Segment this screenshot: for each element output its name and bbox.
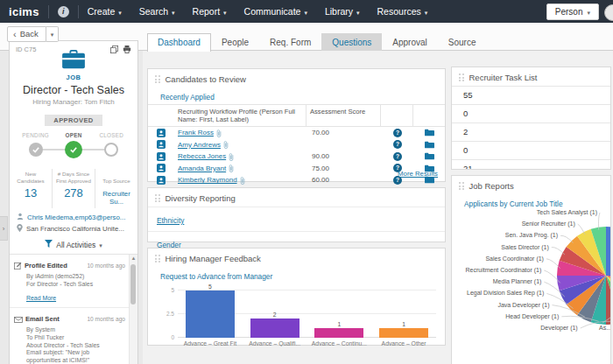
stat-value[interactable]: 13 — [11, 186, 50, 200]
drag-handle-icon[interactable] — [155, 75, 160, 83]
candidate-name-link[interactable]: Rebecca Jones — [178, 152, 226, 160]
print-icon[interactable] — [123, 46, 131, 53]
tab-dashboard[interactable]: Dashboard — [147, 33, 211, 52]
nav-item-resources[interactable]: Resources — [369, 0, 437, 23]
candidate-name-link[interactable]: Amanda Bryant — [178, 164, 226, 172]
tab-source[interactable]: Source — [438, 33, 487, 51]
nav-item-label: Create — [88, 6, 116, 17]
pie-label: Sales Director (1) — [501, 244, 548, 251]
leader-line — [578, 224, 585, 234]
back-button[interactable]: ‹ Back — [7, 26, 46, 42]
question-icon[interactable]: ? — [382, 140, 413, 149]
candidates-table-header: Recruiting Workflow Profile (Person Full… — [148, 104, 445, 127]
recruiter-contact-link[interactable]: Chris Miedema,emp63@perso... — [27, 214, 125, 221]
candidate-profile-icon[interactable] — [148, 176, 174, 185]
tab-approval[interactable]: Approval — [382, 33, 437, 51]
task-row[interactable]: 0 — [452, 142, 610, 160]
tab-questions[interactable]: Questions — [321, 33, 382, 51]
candidate-profile-icon[interactable] — [148, 164, 174, 172]
job-contact-block: Chris Miedema,emp63@perso... San Francis… — [17, 213, 130, 234]
column-header-profile: Recruiting Workflow Profile (Person Full… — [174, 105, 306, 126]
request-to-advance-link[interactable]: Request to Advance from Manager — [160, 272, 272, 281]
stage-pending: PENDING — [17, 132, 54, 158]
tab-req-form[interactable]: Req. Form — [259, 33, 321, 51]
candidate-profile-icon[interactable] — [148, 129, 174, 137]
scrollbar-thumb[interactable] — [130, 264, 136, 304]
bar-category-label: Advance – Other — [371, 340, 436, 346]
back-dropdown-button[interactable] — [46, 26, 60, 42]
chevron-down-icon — [172, 6, 175, 17]
pie-slice[interactable] — [606, 227, 611, 276]
bar-category-labels: Advance – Great FitAdvance – Qualifi...A… — [178, 340, 436, 346]
nav-item-report[interactable]: Report — [184, 0, 236, 23]
candidate-profile-icon[interactable] — [148, 152, 174, 161]
copy-icon[interactable] — [110, 46, 118, 53]
job-profile-card: ID C75 JOB Director - Tech Sales Hiring … — [9, 40, 138, 364]
task-row[interactable]: 2 — [452, 123, 610, 142]
folder-icon[interactable] — [413, 152, 445, 160]
bar[interactable] — [250, 318, 299, 338]
stage-label: OPEN — [65, 132, 81, 141]
pie-label: Media Planner (1) — [493, 278, 542, 285]
stat-value[interactable]: 278 — [54, 186, 93, 200]
edit-icon — [14, 257, 22, 273]
drag-handle-icon[interactable] — [155, 194, 160, 202]
bar-chart: 02.555211 — [178, 290, 436, 338]
activities-filter-label: All Activities — [56, 241, 95, 249]
activity-scrollbar[interactable]: ▲ ▼ — [129, 255, 137, 364]
icims-logo[interactable]: icims — [0, 5, 48, 18]
candidate-name-link[interactable]: Amy Andrews — [178, 141, 221, 149]
drag-handle-icon[interactable] — [459, 182, 464, 190]
activity-detail: Email subject: "New job opportunities at… — [26, 349, 125, 364]
question-icon[interactable]: ? — [382, 129, 413, 137]
bar[interactable] — [314, 328, 363, 338]
candidate-name-link[interactable]: Frank Ross — [178, 129, 214, 136]
pie-label: Sales Coordinator (1) — [485, 256, 544, 262]
recently-applied-link[interactable]: Recently Applied — [160, 93, 215, 102]
avatar[interactable] — [604, 4, 613, 21]
activity-timestamp: 10 months ago — [87, 262, 125, 269]
bar-value-label: 5 — [208, 284, 212, 290]
read-more-link[interactable]: Read More — [26, 295, 56, 301]
bar-value-label: 2 — [273, 312, 277, 318]
help-icon[interactable]: i — [58, 6, 69, 18]
panel-title: Diversity Reporting — [166, 193, 236, 203]
drag-handle-icon[interactable] — [155, 255, 160, 262]
nav-item-library[interactable]: Library — [316, 0, 369, 23]
nav-item-communicate[interactable]: Communicate — [236, 0, 316, 23]
profile-type-label: JOB — [10, 74, 137, 81]
stat-value[interactable]: Recruiter Su... — [97, 190, 136, 206]
svg-text:?: ? — [396, 130, 399, 136]
y-tick-label: 0 — [157, 334, 174, 340]
profile-tabbar: DashboardPeopleReq. FormQuestionsApprova… — [143, 35, 613, 51]
task-row[interactable]: 0 — [452, 105, 610, 123]
assessment-score: 70.00 — [308, 129, 382, 136]
activity-title: Email Sent — [25, 315, 84, 323]
more-results-link[interactable]: More Results — [398, 170, 438, 178]
nav-item-search[interactable]: Search — [130, 0, 184, 23]
bar-category-label: Advance – Great Fit — [178, 340, 243, 346]
tab-people[interactable]: People — [211, 33, 259, 51]
scroll-up-icon[interactable]: ▲ — [130, 256, 137, 261]
folder-icon[interactable] — [413, 129, 445, 136]
pie-label: Tech Sales Analyst (1) — [537, 209, 597, 216]
task-row[interactable]: 21 — [452, 160, 610, 170]
status-badge: APPROVED — [45, 115, 102, 126]
diversity-link-ethnicity[interactable]: Ethnicity — [157, 216, 184, 225]
bar[interactable] — [379, 328, 428, 338]
applicants-by-job-title-link[interactable]: Applicants by Current Job Title — [464, 200, 563, 208]
task-row[interactable]: 55 — [452, 87, 610, 105]
person-button[interactable]: Person — [546, 4, 599, 20]
nav-item-create[interactable]: Create — [79, 0, 130, 23]
candidate-name-link[interactable]: Kimberly Raymond — [178, 176, 237, 184]
question-icon[interactable]: ? — [382, 152, 413, 161]
folder-icon[interactable] — [413, 141, 445, 149]
sidebar-collapse-handle[interactable]: › — [0, 216, 8, 241]
bar[interactable] — [186, 290, 235, 338]
candidate-profile-icon[interactable] — [148, 140, 174, 149]
assessment-score: 75.00 — [308, 164, 382, 172]
drag-handle-icon[interactable] — [459, 74, 464, 81]
hiring-manager-feedback-panel: Hiring Manager Feedback Request to Advan… — [147, 248, 446, 346]
activity-timestamp: 10 months ago — [87, 316, 125, 322]
activities-filter[interactable]: All Activities — [10, 236, 137, 255]
